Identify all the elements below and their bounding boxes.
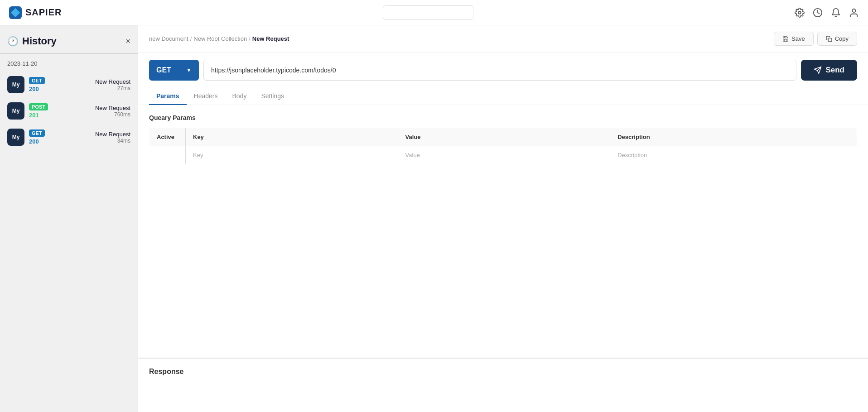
chevron-down-icon: ▼ [186,67,192,73]
breadcrumb-bar: new Document / New Root Collection / New… [138,25,868,53]
row-description[interactable]: Description [610,146,857,164]
history-item[interactable]: My GET 200 New Request 27ms [0,72,138,98]
history-item-info: New Request 34ms [95,131,130,144]
tab-settings[interactable]: Settings [254,88,291,105]
svg-rect-6 [828,38,832,42]
params-section: Queary Params Active Key Value Descripti… [138,105,868,358]
svg-point-3 [798,11,801,14]
status-code: 200 [29,86,39,92]
breadcrumb-sep-1: / [190,35,192,42]
col-header-key: Key [186,128,398,146]
method-label: GET [156,66,171,74]
row-key[interactable]: Key [186,146,398,164]
logo-icon [9,6,22,19]
method-badge: GET [29,77,45,84]
avatar: My [7,129,24,146]
history-nav-icon[interactable] [813,8,823,18]
sidebar-divider [0,53,138,54]
response-title: Response [149,368,857,376]
save-button[interactable]: Save [774,32,814,46]
avatar: My [7,102,24,120]
send-button[interactable]: Send [801,60,857,81]
tab-body[interactable]: Body [225,88,254,105]
status-code: 201 [29,112,39,119]
breadcrumb: new Document / New Root Collection / New… [149,35,289,42]
col-header-value: Value [398,128,610,146]
history-item-info: New Request 760ms [95,105,130,118]
history-item-info: New Request 27ms [95,78,130,91]
col-header-active: Active [149,128,186,146]
sidebar-header: 🕐 History × [0,25,138,53]
logo: SAPIER [9,6,62,19]
params-section-title: Queary Params [149,114,857,121]
params-table: Active Key Value Description Key Value [149,128,857,164]
history-item[interactable]: My GET 200 New Request 34ms [0,124,138,150]
history-clock-icon: 🕐 [7,36,19,47]
user-icon[interactable] [849,8,859,18]
status-code: 200 [29,138,39,145]
content-area: new Document / New Root Collection / New… [138,25,868,412]
navbar-icons [795,8,859,18]
history-item[interactable]: My POST 201 New Request 760ms [0,98,138,124]
method-selector[interactable]: GET ▼ [149,60,199,81]
sidebar-title: 🕐 History [7,35,57,47]
svg-point-5 [852,9,855,12]
table-row: Key Value Description [149,146,857,164]
history-item-method-status: GET 200 [29,77,45,92]
copy-button[interactable]: Copy [817,32,857,46]
breadcrumb-part-1[interactable]: new Document [149,35,188,42]
sidebar: 🕐 History × 2023-11-20 My GET 200 New Re… [0,25,138,412]
sidebar-date-group: 2023-11-20 [0,58,138,72]
method-badge: GET [29,129,45,137]
search-input[interactable] [383,5,473,20]
response-section: Response [138,358,868,412]
url-input[interactable] [203,60,796,81]
history-item-method-status: POST 201 [29,103,48,119]
avatar: My [7,76,24,93]
row-active [149,146,186,164]
col-header-description: Description [610,128,857,146]
breadcrumb-part-2[interactable]: New Root Collection [193,35,247,42]
logo-text: SAPIER [25,7,62,18]
breadcrumb-sep-2: / [249,35,251,42]
notifications-icon[interactable] [831,8,841,18]
tab-headers[interactable]: Headers [187,88,225,105]
method-badge: POST [29,103,48,110]
sidebar-close-button[interactable]: × [125,37,130,46]
settings-icon[interactable] [795,8,805,18]
history-item-method-status: GET 200 [29,129,45,145]
navbar: SAPIER [0,0,868,25]
main-area: 🕐 History × 2023-11-20 My GET 200 New Re… [0,25,868,412]
breadcrumb-current: New Request [252,35,289,42]
breadcrumb-actions: Save Copy [774,32,857,46]
row-value[interactable]: Value [398,146,610,164]
request-bar: GET ▼ Send [138,53,868,88]
send-icon [814,66,822,74]
save-icon [782,36,789,42]
tab-params[interactable]: Params [149,88,187,105]
copy-icon [826,36,832,42]
tabs-bar: Params Headers Body Settings [138,88,868,105]
